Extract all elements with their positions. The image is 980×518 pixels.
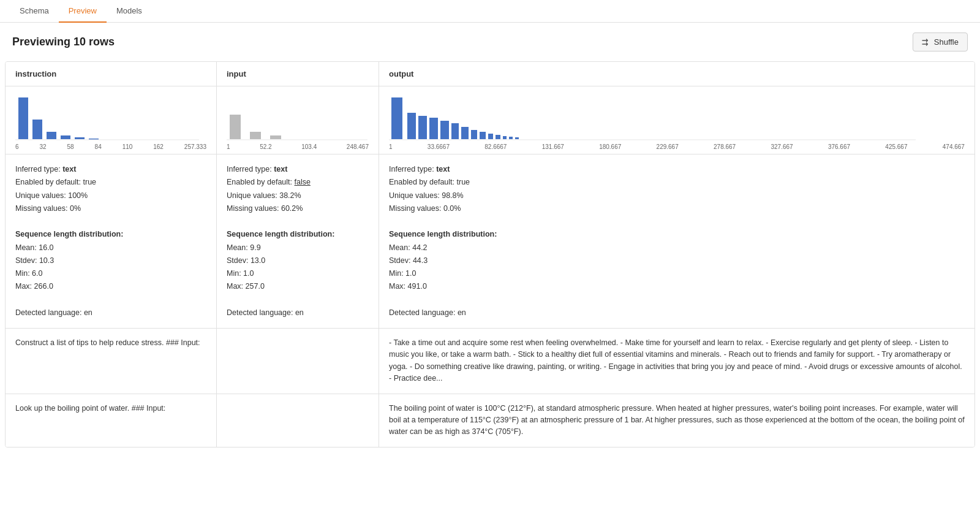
- data-table: instruction input output 6 32 58 84 110: [5, 61, 975, 448]
- chart-input: 1 52.2 103.4 248.467: [217, 86, 379, 154]
- svg-rect-4: [75, 137, 85, 139]
- svg-rect-20: [488, 134, 493, 139]
- shuffle-icon: [922, 38, 930, 47]
- svg-rect-5: [89, 139, 99, 140]
- inferred-type-output: text: [436, 165, 450, 173]
- stats-output: Inferred type: text Enabled by default: …: [379, 154, 974, 328]
- svg-rect-2: [47, 132, 56, 139]
- cell-input-1: [217, 329, 379, 394]
- seq-dist-label-input: Sequence length distribution:: [227, 230, 334, 238]
- stats-row: Inferred type: text Enabled by default: …: [6, 154, 974, 329]
- svg-rect-24: [515, 137, 519, 139]
- input-axis: 1 52.2 103.4 248.467: [227, 143, 369, 150]
- svg-rect-21: [496, 135, 500, 139]
- cell-instruction-1: Construct a list of tips to help reduce …: [6, 329, 217, 394]
- tab-preview[interactable]: Preview: [59, 0, 107, 23]
- shuffle-button[interactable]: Shuffle: [913, 32, 968, 51]
- col-header-instruction: instruction: [6, 62, 217, 86]
- instruction-axis: 6 32 58 84 110 162 257.333: [15, 143, 206, 150]
- svg-rect-14: [429, 118, 438, 139]
- svg-rect-15: [440, 121, 449, 139]
- tab-models[interactable]: Models: [107, 0, 152, 23]
- svg-rect-9: [270, 135, 281, 139]
- col-header-output: output: [379, 62, 974, 86]
- svg-rect-17: [461, 127, 469, 139]
- svg-rect-7: [230, 115, 241, 139]
- col-header-input: input: [217, 62, 379, 86]
- seq-dist-label-output: Sequence length distribution:: [389, 230, 497, 238]
- svg-rect-12: [407, 113, 416, 139]
- cell-output-1: - Take a time out and acquire some rest …: [379, 329, 974, 394]
- inferred-type-instruction: text: [62, 165, 76, 173]
- tab-bar: Schema Preview Models: [0, 0, 980, 23]
- chart-instruction: 6 32 58 84 110 162 257.333: [6, 86, 217, 154]
- svg-rect-0: [18, 97, 28, 139]
- svg-rect-19: [480, 132, 486, 139]
- table-row: Construct a list of tips to help reduce …: [6, 329, 974, 394]
- svg-rect-13: [418, 116, 427, 139]
- svg-rect-23: [509, 137, 513, 139]
- tab-schema[interactable]: Schema: [10, 0, 59, 23]
- cell-instruction-2: Look up the boiling point of water. ### …: [6, 394, 217, 447]
- preview-header: Previewing 10 rows Shuffle: [0, 23, 980, 61]
- svg-rect-16: [451, 123, 459, 139]
- stats-instruction: Inferred type: text Enabled by default: …: [6, 154, 217, 328]
- chart-output: 1 33.6667 82.6667 131.667 180.667 229.66…: [379, 86, 974, 154]
- cell-output-2: The boiling point of water is 100°C (212…: [379, 394, 974, 447]
- seq-dist-label-instruction: Sequence length distribution:: [15, 230, 123, 238]
- svg-rect-8: [250, 132, 261, 139]
- svg-rect-22: [503, 136, 507, 139]
- svg-rect-11: [391, 97, 402, 139]
- column-headers: instruction input output: [6, 62, 974, 86]
- charts-row: 6 32 58 84 110 162 257.333 1 52.2 103.4: [6, 86, 974, 154]
- inferred-type-input: text: [274, 165, 287, 173]
- table-row: Look up the boiling point of water. ### …: [6, 394, 974, 447]
- cell-input-2: [217, 394, 379, 447]
- svg-rect-1: [32, 120, 42, 139]
- svg-rect-18: [471, 130, 477, 139]
- output-axis: 1 33.6667 82.6667 131.667 180.667 229.66…: [389, 143, 965, 150]
- page-title: Previewing 10 rows: [12, 36, 115, 48]
- stats-input: Inferred type: text Enabled by default: …: [217, 154, 379, 328]
- svg-rect-3: [61, 135, 70, 139]
